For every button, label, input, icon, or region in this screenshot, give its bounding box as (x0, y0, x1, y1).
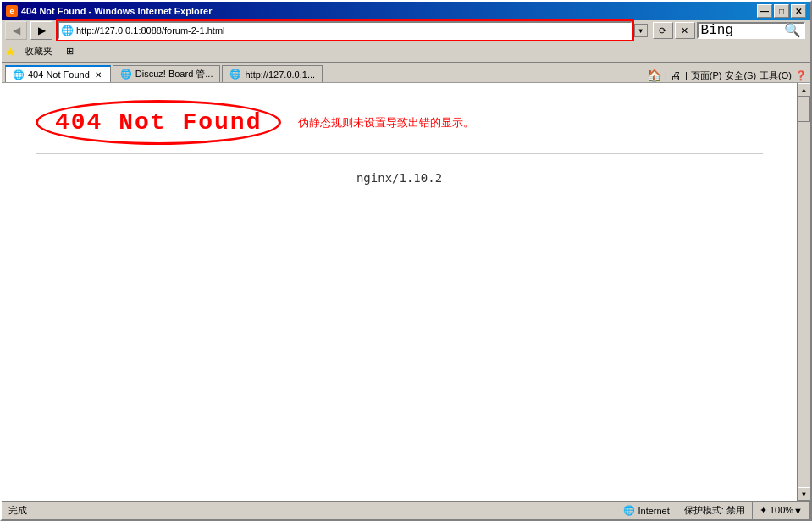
status-text: 完成 (2, 502, 616, 519)
scroll-down-button[interactable]: ▼ (798, 487, 811, 501)
address-dropdown[interactable]: ▼ (634, 24, 648, 37)
right-nav-bar: 🏠 | 🖨 | 页面(P) 安全(S) 工具(O) ❓ (647, 69, 807, 82)
title-bar: e 404 Not Found - Windows Internet Explo… (2, 2, 810, 20)
right-toolbar: ⟳ ✕ Bing 🔍 (651, 20, 807, 41)
grid-button[interactable]: ⊞ (61, 42, 79, 61)
tab-icon-local: 🌐 (229, 69, 241, 80)
back-button[interactable]: ◀ (5, 21, 27, 40)
tab-label-discuz: Discuz! Board 管... (135, 68, 213, 80)
stop-button[interactable]: ✕ (675, 22, 695, 39)
ie-icon: e (6, 5, 18, 17)
title-bar-left: e 404 Not Found - Windows Internet Explo… (6, 5, 212, 17)
heading-area: 404 Not Found 伪静态规则未设置导致出错的显示。 (36, 100, 763, 145)
separator1: | (665, 70, 667, 80)
tab-discuz[interactable]: 🌐 Discuz! Board 管... (113, 65, 221, 82)
close-button[interactable]: ✕ (791, 4, 806, 18)
browser-window: e 404 Not Found - Windows Internet Explo… (0, 0, 812, 521)
page-menu[interactable]: 页面(P) (691, 69, 722, 82)
tools-menu[interactable]: 工具(O) (760, 69, 792, 82)
favorites-bar: ★ 收藏夹 ⊞ (2, 41, 810, 63)
nav-bar: ◀ ▶ 🌐 ▼ ⟳ ✕ Bing 🔍 (2, 20, 810, 41)
zoom-control[interactable]: ✦ 100% ▼ (753, 502, 810, 519)
search-box: Bing 🔍 (697, 22, 805, 39)
tab-local[interactable]: 🌐 http://127.0.0.1... (222, 65, 323, 82)
internet-zone: 🌐 Internet (616, 502, 677, 519)
bing-label: Bing (701, 23, 733, 38)
window-title: 404 Not Found - Windows Internet Explore… (21, 6, 212, 16)
globe-icon: 🌐 (623, 505, 635, 516)
web-content: 404 Not Found 伪静态规则未设置导致出错的显示。 nginx/1.1… (2, 83, 797, 501)
zoom-label: ✦ 100% (760, 505, 793, 516)
separator2: | (685, 70, 688, 80)
tab-icon-discuz: 🌐 (120, 69, 132, 80)
search-icon[interactable]: 🔍 (784, 22, 801, 39)
safety-menu[interactable]: 安全(S) (725, 69, 756, 82)
address-input-wrap: 🌐 (58, 21, 632, 40)
address-icon: 🌐 (61, 25, 74, 37)
vertical-scrollbar: ▲ ▼ (797, 83, 810, 501)
tab-404[interactable]: 🌐 404 Not Found ✕ (5, 65, 111, 82)
scroll-track[interactable] (798, 97, 810, 487)
content-area: 404 Not Found 伪静态规则未设置导致出错的显示。 nginx/1.1… (2, 83, 810, 501)
annotation-text: 伪静态规则未设置导致出错的显示。 (298, 115, 474, 130)
minimize-button[interactable]: — (757, 4, 772, 18)
zoom-dropdown-icon[interactable]: ▼ (793, 506, 803, 516)
search-input[interactable] (733, 25, 784, 36)
error-heading: 404 Not Found (36, 100, 281, 145)
address-bar: 🌐 ▼ (56, 21, 648, 40)
status-label: 完成 (8, 504, 27, 517)
protected-mode: 保护模式: 禁用 (677, 502, 753, 519)
tab-icon-404: 🌐 (13, 69, 25, 80)
page-404: 404 Not Found 伪静态规则未设置导致出错的显示。 nginx/1.1… (2, 83, 797, 210)
scroll-up-button[interactable]: ▲ (798, 83, 811, 97)
tab-label-local: http://127.0.0.1... (245, 69, 315, 80)
forward-button[interactable]: ▶ (30, 21, 52, 40)
help-menu[interactable]: ❓ (795, 70, 807, 81)
scroll-thumb[interactable] (798, 97, 810, 122)
home-icon[interactable]: 🏠 (647, 69, 661, 82)
maximize-button[interactable]: □ (774, 4, 789, 18)
tab-label-404: 404 Not Found (28, 69, 90, 80)
status-bar: 完成 🌐 Internet 保护模式: 禁用 ✦ 100% ▼ (2, 501, 810, 519)
server-info: nginx/1.10.2 (36, 163, 763, 193)
divider (36, 153, 763, 154)
tab-close-404[interactable]: ✕ (93, 70, 103, 80)
protected-label: 保护模式: 禁用 (684, 504, 745, 517)
window-controls: — □ ✕ (757, 4, 806, 18)
address-input[interactable] (76, 25, 629, 36)
print-icon[interactable]: 🖨 (671, 69, 682, 82)
zone-label: Internet (638, 506, 669, 516)
favorites-button[interactable]: 收藏夹 (19, 42, 58, 61)
star-icon: ★ (5, 45, 16, 58)
refresh-button[interactable]: ⟳ (653, 22, 673, 39)
